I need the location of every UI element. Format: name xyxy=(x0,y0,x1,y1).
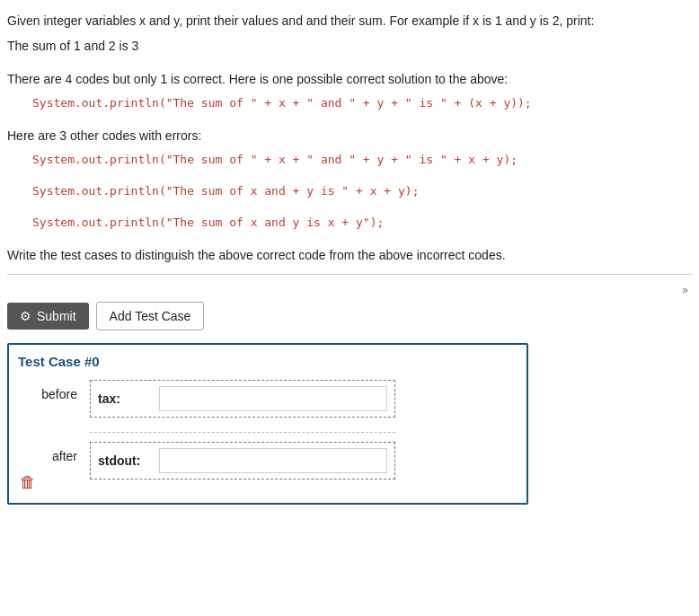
stdout-field-box: stdout: xyxy=(90,442,395,480)
test-case-title: Test Case #0 xyxy=(18,354,518,369)
intro-text: Given integer variables x and y, print t… xyxy=(7,11,692,31)
correct-code: System.out.println("The sum of " + x + "… xyxy=(32,94,692,113)
chevron-row: » xyxy=(7,284,692,296)
row-separator xyxy=(90,432,395,433)
codes-section: There are 4 codes but only 1 is correct.… xyxy=(7,69,692,113)
task-text: Write the test cases to distinguish the … xyxy=(7,245,692,265)
divider xyxy=(7,274,692,275)
tax-input[interactable] xyxy=(159,386,387,411)
errors-section: Here are 3 other codes with errors: Syst… xyxy=(7,126,692,233)
gear-icon: ⚙ xyxy=(20,309,31,323)
tax-field-box: tax: xyxy=(90,380,395,418)
error-code-3: System.out.println("The sum of x and y i… xyxy=(32,214,692,233)
description-block: Given integer variables x and y, print t… xyxy=(7,11,692,57)
stdout-input[interactable] xyxy=(159,448,387,473)
stdout-field-label: stdout: xyxy=(98,453,152,468)
test-case-container: Test Case #0 before tax: after stdout: 🗑 xyxy=(7,343,528,505)
before-row: before tax: xyxy=(18,380,518,418)
codes-note: There are 4 codes but only 1 is correct.… xyxy=(7,69,692,89)
error-code-2: System.out.println("The sum of x and + y… xyxy=(32,182,692,201)
chevron-down-icon[interactable]: » xyxy=(682,284,688,296)
error-code-1: System.out.println("The sum of " + x + "… xyxy=(32,151,692,170)
delete-test-case-button[interactable]: 🗑 xyxy=(16,471,40,494)
before-label: before xyxy=(18,380,90,401)
toolbar: ⚙ Submit Add Test Case xyxy=(7,302,692,330)
errors-note: Here are 3 other codes with errors: xyxy=(7,126,692,145)
tax-field-label: tax: xyxy=(98,392,152,406)
task-text-block: Write the test cases to distinguish the … xyxy=(7,245,692,265)
after-label: after xyxy=(18,442,90,463)
submit-button[interactable]: ⚙ Submit xyxy=(7,303,89,330)
submit-label: Submit xyxy=(37,309,76,323)
add-test-case-button[interactable]: Add Test Case xyxy=(96,302,205,330)
after-row: after stdout: xyxy=(18,442,518,480)
delete-wrapper: 🗑 xyxy=(16,471,40,494)
example-output: The sum of 1 and 2 is 3 xyxy=(7,36,692,56)
main-content: Given integer variables x and y, print t… xyxy=(0,0,699,521)
